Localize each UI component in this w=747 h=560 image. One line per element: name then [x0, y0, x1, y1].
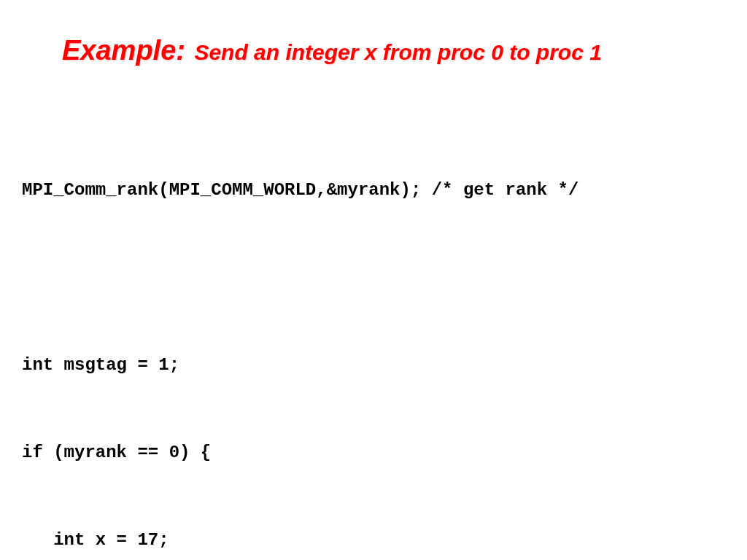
code-line-2: int msgtag = 1;: [22, 351, 725, 380]
title-label: Example:: [62, 35, 185, 66]
code-block: MPI_Comm_rank(MPI_COMM_WORLD,&myrank); /…: [22, 117, 725, 560]
code-line-3: if (myrank == 0) {: [22, 438, 725, 467]
blank-line: [22, 263, 725, 292]
slide-title: Example: Send an integer x from proc 0 t…: [62, 35, 725, 66]
code-line-1: MPI_Comm_rank(MPI_COMM_WORLD,&myrank); /…: [22, 176, 725, 205]
code-line-4: int x = 17;: [22, 526, 725, 555]
title-desc: Send an integer x from proc 0 to proc 1: [194, 40, 601, 64]
slide: Example: Send an integer x from proc 0 t…: [0, 0, 747, 560]
